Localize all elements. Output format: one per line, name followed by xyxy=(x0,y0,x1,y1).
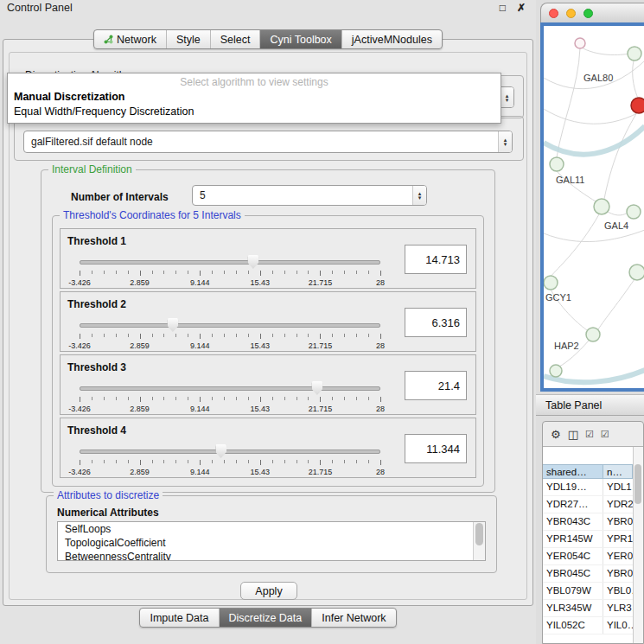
attribute-items: SelfLoopsTopologicalCoefficientBetweenne… xyxy=(58,522,485,561)
table-row[interactable]: YLR345WYLR3… xyxy=(543,600,633,617)
column-header[interactable]: shared… xyxy=(543,464,603,479)
network-node[interactable] xyxy=(629,265,644,280)
network-node[interactable] xyxy=(575,38,585,48)
threshold-slider[interactable]: -3.4262.8599.14415.4321.71528 xyxy=(80,444,380,477)
algorithm-option[interactable]: Equal Width/Frequency Discretization xyxy=(8,105,501,119)
slider-tick-labels: -3.4262.8599.14415.4321.71528 xyxy=(80,468,380,476)
network-icon xyxy=(104,35,113,44)
undock-icon[interactable]: □ xyxy=(500,2,506,14)
tab-label: Select xyxy=(220,34,251,46)
network-node[interactable] xyxy=(628,47,641,61)
combo-spinner-icon[interactable]: ▴▾ xyxy=(412,186,426,205)
select-columns-icon[interactable]: ☑ xyxy=(601,429,609,440)
tab-discretize-data[interactable]: Discretize Data xyxy=(219,609,312,627)
network-node[interactable] xyxy=(550,157,564,171)
attributes-scrollbar-thumb[interactable] xyxy=(475,523,483,545)
apply-button[interactable]: Apply xyxy=(240,582,297,600)
table-cell: YLR345W xyxy=(543,600,603,616)
slider-handle[interactable] xyxy=(311,381,322,395)
titlebar-icons: □ ✗ xyxy=(500,2,526,14)
tab-jactivemnodules[interactable]: jActiveMNodules xyxy=(341,30,442,48)
table-scrollbar[interactable] xyxy=(633,447,643,643)
table-row[interactable]: YER054CYER0… xyxy=(543,548,633,565)
table-data-combobox[interactable]: galFiltered.sif default node ▴▾ xyxy=(23,131,513,153)
table-scrollbar-thumb[interactable] xyxy=(634,464,641,504)
select-all-columns-icon[interactable]: ☑ xyxy=(585,429,594,440)
threshold-panel: Threshold 3 -3.4262.8599.14415.4321.7152… xyxy=(60,354,476,415)
attribute-list-item[interactable]: SelfLoops xyxy=(58,522,485,536)
column-header[interactable]: n… xyxy=(603,464,633,479)
threshold-value-field[interactable]: 6.316 xyxy=(405,308,467,337)
table-row[interactable]: YBR043CYBR0… xyxy=(543,513,633,531)
combo-spinner-icon[interactable]: ▴▾ xyxy=(498,131,512,152)
network-window-titlebar[interactable] xyxy=(540,3,644,22)
minimize-traffic-light[interactable] xyxy=(566,9,576,18)
table-cell: YDL1… xyxy=(603,479,633,495)
algorithm-placeholder: Select algorithm to view settings xyxy=(8,73,501,90)
table-cell: YBR043C xyxy=(543,513,603,530)
network-view-frame: GAL80GAL11GAL4GCY1HAP2 xyxy=(540,22,644,392)
table-cell: YDR2… xyxy=(603,496,633,513)
table-row[interactable]: YPR145WYPR1… xyxy=(543,531,633,548)
tab-network[interactable]: Network xyxy=(94,30,166,48)
tab-infer-network[interactable]: Infer Network xyxy=(311,609,395,627)
attribute-list-item[interactable]: BetweennessCentrality xyxy=(58,550,485,561)
slider-handle[interactable] xyxy=(167,318,178,332)
attribute-list-item[interactable]: TopologicalCoefficient xyxy=(58,536,485,550)
table-row[interactable]: YBL079WYBL0… xyxy=(543,583,633,600)
combo-value: 5 xyxy=(200,189,412,201)
bottom-tab-row: Impute DataDiscretize DataInfer Network xyxy=(0,608,536,628)
combo-spinner-icon[interactable]: ▴▾ xyxy=(500,87,513,107)
table-row[interactable]: YBR045CYBR0… xyxy=(543,565,633,583)
network-node[interactable] xyxy=(631,98,644,113)
columns-icon[interactable]: ◫ xyxy=(568,428,578,441)
network-edge xyxy=(580,47,630,55)
threshold-slider[interactable]: -3.4262.8599.14415.4321.71528 xyxy=(80,318,380,351)
tab-impute-data[interactable]: Impute Data xyxy=(140,609,218,627)
threshold-value-field[interactable]: 21.4 xyxy=(405,371,467,400)
gear-icon[interactable]: ⚙ xyxy=(551,428,561,441)
threshold-rows: Threshold 1 -3.4262.8599.14415.4321.7152… xyxy=(53,228,483,481)
numerical-attributes-list[interactable]: SelfLoopsTopologicalCoefficientBetweenne… xyxy=(57,521,486,561)
network-node[interactable] xyxy=(627,205,641,219)
tab-cyni-toolbox[interactable]: Cyni Toolbox xyxy=(259,30,341,48)
combo-value: galFiltered.sif default node xyxy=(31,136,498,148)
network-node[interactable] xyxy=(550,365,562,377)
network-node[interactable] xyxy=(594,199,609,214)
network-canvas[interactable]: GAL80GAL11GAL4GCY1HAP2 xyxy=(544,26,644,388)
slider-track[interactable] xyxy=(80,323,380,328)
network-node[interactable] xyxy=(544,276,558,290)
attributes-scrollbar[interactable] xyxy=(473,522,485,560)
table-row[interactable]: YDR27…YDR2… xyxy=(543,496,633,513)
tab-select[interactable]: Select xyxy=(210,30,260,48)
table-panel-title: Table Panel xyxy=(545,399,602,411)
slider-track[interactable] xyxy=(80,386,380,391)
slider-track[interactable] xyxy=(80,450,380,454)
threshold-slider[interactable]: -3.4262.8599.14415.4321.71528 xyxy=(80,255,380,288)
slider-track[interactable] xyxy=(80,260,380,265)
network-node[interactable] xyxy=(586,328,600,341)
algorithm-option[interactable]: Manual Discretization xyxy=(8,90,501,105)
threshold-value-field[interactable]: 14.713 xyxy=(405,245,467,274)
slider-handle[interactable] xyxy=(215,444,226,458)
table-cell: YBR0… xyxy=(603,565,633,582)
table-area: shared…n… YDL19…YDL1…YDR27…YDR2…YBR043CY… xyxy=(543,446,643,643)
table-panel-header: Table Panel xyxy=(536,394,644,416)
threshold-slider[interactable]: -3.4262.8599.14415.4321.71528 xyxy=(80,381,380,414)
table-cell: YER054C xyxy=(543,548,603,564)
algorithm-dropdown-popup: Select algorithm to view settings Manual… xyxy=(7,73,501,124)
panel-title: Control Panel xyxy=(7,2,73,14)
threshold-value-field[interactable]: 11.344 xyxy=(405,434,467,463)
close-traffic-light[interactable] xyxy=(549,9,558,18)
slider-handle[interactable] xyxy=(247,255,258,269)
network-node-label: GCY1 xyxy=(545,292,571,303)
close-icon[interactable]: ✗ xyxy=(517,2,526,14)
zoom-traffic-light[interactable] xyxy=(583,9,593,18)
table-row[interactable]: YDL19…YDL1… xyxy=(543,479,633,496)
number-of-intervals-combobox[interactable]: 5 ▴▾ xyxy=(192,185,427,206)
table-row[interactable]: YIL052CYIL0… xyxy=(543,617,633,634)
control-panel-body: Discretization Algorithm ▴▾ Table Data g… xyxy=(3,39,533,606)
table-cell: YLR3… xyxy=(603,600,633,616)
network-node-label: HAP2 xyxy=(554,341,579,351)
tab-style[interactable]: Style xyxy=(166,30,210,48)
